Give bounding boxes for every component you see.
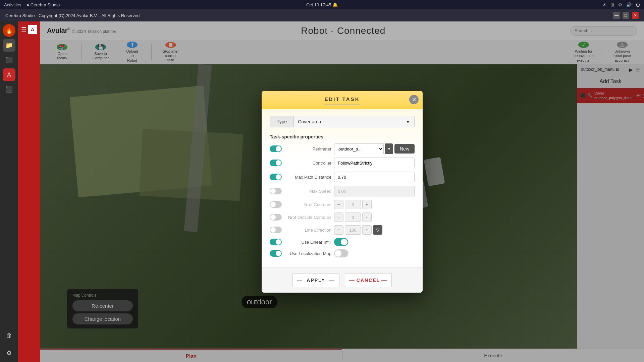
window-maximize-btn[interactable]: □ — [623, 12, 629, 19]
perimeter-toggle[interactable] — [270, 145, 282, 152]
nrof-outside-contours-label: Nrof Outside Contours — [284, 215, 331, 220]
cerebra-app-icon[interactable]: A — [3, 68, 15, 81]
use-linear-infill-row: Use Linear Infill — [270, 238, 415, 246]
sidebar-menu-icon[interactable]: ☰ — [21, 26, 26, 33]
app-launcher-icon[interactable]: 🔥 — [3, 24, 15, 37]
max-speed-input — [334, 186, 415, 196]
use-localization-map-label: Use Localization Map — [284, 251, 331, 256]
os-datetime: Oct 10 17:45 — [306, 2, 331, 7]
use-linear-infill-value-toggle[interactable] — [334, 238, 348, 246]
perimeter-new-btn[interactable]: New — [394, 144, 415, 154]
nrof-outside-contours-val — [345, 213, 361, 222]
direction-compass-icon[interactable]: ▽ — [373, 225, 382, 235]
nrof-contours-label: Nrof Contours — [284, 202, 331, 207]
modal-body: Type Cover area ▼ Task-specific properti… — [262, 109, 423, 267]
line-direction-minus-btn[interactable]: − — [334, 225, 343, 235]
max-path-distance-toggle[interactable] — [270, 174, 282, 180]
nrof-outside-contours-toggle[interactable] — [270, 214, 282, 221]
brightness-icon[interactable]: ☀ — [602, 2, 606, 7]
window-manager-icon[interactable]: ⬛ — [3, 83, 15, 96]
line-direction-stepper: − + ▽ — [334, 225, 382, 235]
modal-header: EDIT TASK ✕ — [262, 91, 423, 109]
settings-icon[interactable]: ⚙ — [618, 2, 622, 7]
app-logo: A — [28, 25, 37, 34]
controller-input[interactable] — [334, 158, 415, 168]
perimeter-label: Perimeter — [284, 146, 331, 152]
window-close-btn[interactable]: ✕ — [632, 12, 639, 19]
use-localization-map-enable-toggle[interactable] — [270, 250, 282, 257]
files-icon[interactable]: 📁 — [3, 39, 15, 52]
line-direction-row: Line Direction − + ▽ — [270, 225, 415, 235]
use-localization-map-row: Use Localization Map — [270, 249, 415, 257]
nrof-outside-contours-plus-btn[interactable]: + — [362, 213, 372, 222]
window-title: Cerebra Studio - Copyright (C) 2024 Avul… — [5, 13, 140, 18]
terminal-icon[interactable]: ⬛ — [3, 54, 15, 66]
modal-footer: APPLY CANCEL — [262, 267, 423, 293]
nrof-contours-minus-btn[interactable]: − — [334, 200, 343, 209]
type-row: Type Cover area ▼ — [270, 116, 415, 127]
nrof-outside-contours-minus-btn[interactable]: − — [334, 213, 343, 222]
nrof-contours-toggle[interactable] — [270, 201, 282, 208]
line-direction-val — [345, 225, 361, 235]
max-speed-label: Max Speed — [284, 189, 331, 194]
max-path-distance-row: Max Path Distance — [270, 172, 415, 182]
nrof-contours-val — [345, 200, 361, 209]
controller-row: Controller — [270, 158, 415, 168]
max-speed-toggle[interactable] — [270, 188, 282, 194]
perimeter-row: Perimeter outdoor_p... ▼ New — [270, 143, 415, 154]
use-linear-infill-enable-toggle[interactable] — [270, 239, 282, 245]
controller-toggle[interactable] — [270, 160, 282, 166]
use-linear-infill-label: Use Linear Infill — [284, 240, 331, 245]
window-minimize-btn[interactable]: — — [613, 12, 620, 19]
max-path-distance-label: Max Path Distance — [284, 175, 331, 180]
modal-title: EDIT TASK — [324, 96, 360, 105]
network-icon[interactable]: ⊞ — [610, 2, 614, 7]
controller-label: Controller — [284, 161, 331, 166]
nrof-outside-contours-row: Nrof Outside Contours − + — [270, 213, 415, 222]
max-speed-row: Max Speed — [270, 186, 415, 196]
task-properties-title: Task-specific properties — [270, 134, 415, 139]
nrof-contours-stepper: − + — [334, 200, 372, 209]
app-indicator: ● Cerebra Studio — [26, 2, 60, 7]
perimeter-dropdown-arrow[interactable]: ▼ — [385, 143, 393, 154]
trash-icon[interactable]: 🗑 — [3, 329, 15, 342]
line-direction-plus-btn[interactable]: + — [362, 225, 372, 235]
activities-btn[interactable]: Activities — [4, 2, 21, 7]
modal-overlay: EDIT TASK ✕ Type Cover area ▼ — [40, 21, 644, 362]
perimeter-select[interactable]: outdoor_p... — [334, 143, 384, 154]
power-icon[interactable]: ⏻ — [636, 2, 640, 7]
apply-btn[interactable]: APPLY — [292, 273, 339, 287]
nrof-contours-row: Nrof Contours − + — [270, 200, 415, 209]
cancel-btn[interactable]: CANCEL — [345, 273, 392, 287]
modal-close-btn[interactable]: ✕ — [409, 95, 419, 104]
type-dropdown-icon: ▼ — [406, 119, 410, 124]
nrof-outside-contours-stepper: − + — [334, 213, 372, 222]
type-value-select[interactable]: Cover area ▼ — [294, 116, 415, 127]
max-path-distance-input[interactable] — [334, 172, 415, 182]
volume-icon[interactable]: 🔊 — [626, 2, 632, 7]
type-label-btn[interactable]: Type — [270, 116, 294, 127]
nrof-contours-plus-btn[interactable]: + — [362, 200, 372, 209]
recycle-icon[interactable]: ♻ — [3, 347, 15, 359]
line-direction-toggle[interactable] — [270, 227, 282, 233]
line-direction-label: Line Direction — [284, 228, 331, 233]
use-localization-map-value-toggle[interactable] — [334, 249, 348, 257]
edit-task-modal: EDIT TASK ✕ Type Cover area ▼ — [262, 91, 423, 293]
alarm-icon: 🔔 — [332, 2, 338, 7]
